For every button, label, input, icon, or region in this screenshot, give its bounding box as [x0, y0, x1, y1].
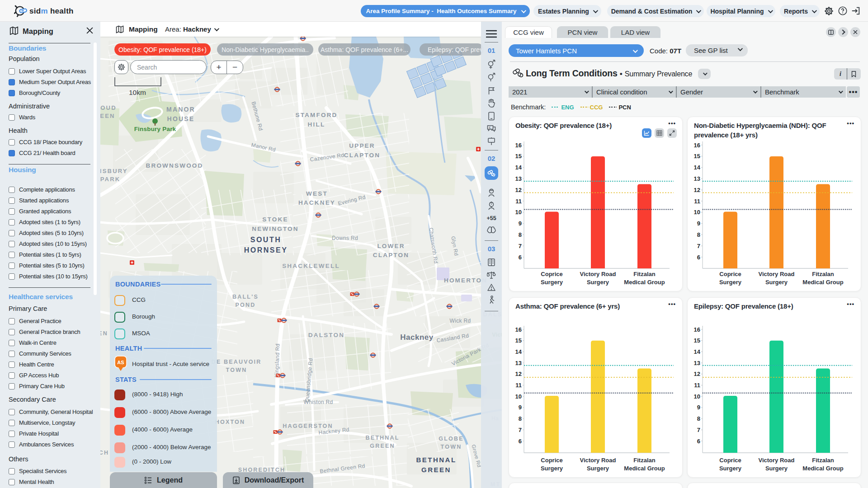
svg-text:OUD: OUD [100, 104, 117, 111]
svg-text:6: 6 [697, 438, 700, 445]
svg-text:8: 8 [519, 231, 522, 238]
svg-text:MANOR: MANOR [166, 106, 195, 113]
svg-text:Fitzalan: Fitzalan [812, 271, 834, 277]
svg-text:11: 11 [515, 198, 522, 205]
svg-text:HORNSEY: HORNSEY [244, 246, 288, 254]
svg-text:INSBURY: INSBURY [100, 168, 128, 174]
svg-text:11: 11 [694, 198, 700, 205]
svg-text:CH: CH [100, 450, 109, 456]
svg-text:HILL: HILL [308, 121, 326, 128]
svg-text:STAMFORD: STAMFORD [295, 112, 337, 118]
svg-text:Surgery: Surgery [765, 279, 788, 286]
svg-text:UPPER: UPPER [349, 142, 375, 149]
svg-text:EEN: EEN [100, 113, 115, 119]
svg-text:Surgery: Surgery [587, 279, 609, 286]
svg-text:Surgery: Surgery [719, 465, 742, 472]
svg-text:STOKE: STOKE [262, 216, 288, 223]
svg-text:Coprice: Coprice [719, 457, 741, 464]
svg-text:9: 9 [519, 220, 522, 227]
svg-text:9: 9 [697, 220, 700, 227]
svg-text:TOWN: TOWN [441, 444, 462, 450]
svg-text:Victory Road: Victory Road [580, 457, 616, 464]
svg-text:7: 7 [697, 243, 700, 249]
svg-text:BETHNAL: BETHNAL [365, 435, 399, 441]
svg-text:HOUSE: HOUSE [167, 115, 195, 122]
svg-text:9: 9 [697, 404, 700, 411]
svg-text:BROWNSWOOD: BROWNSWOOD [146, 162, 203, 169]
svg-text:BALL'S: BALL'S [232, 294, 259, 300]
svg-text:13: 13 [694, 175, 700, 182]
svg-text:12: 12 [515, 371, 522, 377]
svg-text:Surgery: Surgery [541, 279, 563, 286]
svg-text:Fitzalan: Fitzalan [633, 271, 655, 277]
svg-text:EN: EN [100, 330, 108, 337]
svg-text:DE BEAUVOIR: DE BEAUVOIR [211, 359, 261, 365]
svg-text:10: 10 [515, 209, 522, 216]
svg-text:14: 14 [694, 164, 701, 171]
svg-text:DALSTON: DALSTON [308, 332, 344, 338]
svg-text:15: 15 [515, 153, 522, 160]
svg-text:9: 9 [519, 404, 522, 411]
svg-text:13: 13 [694, 360, 700, 366]
svg-text:12: 12 [694, 187, 700, 193]
svg-text:14: 14 [515, 164, 522, 171]
svg-text:Finsbury Park: Finsbury Park [134, 126, 176, 132]
svg-text:GREEN: GREEN [370, 443, 395, 449]
svg-text:16: 16 [694, 326, 700, 333]
svg-text:HOXTON: HOXTON [215, 419, 245, 425]
svg-text:16: 16 [694, 142, 700, 149]
svg-text:10: 10 [694, 393, 700, 400]
svg-text:15: 15 [694, 337, 700, 344]
svg-text:POND: POND [236, 302, 256, 308]
svg-text:11: 11 [515, 382, 522, 389]
svg-text:Medical Group: Medical Group [624, 279, 665, 286]
svg-text:HACKNEY: HACKNEY [298, 199, 335, 206]
svg-text:Wick Rd: Wick Rd [450, 318, 471, 324]
svg-text:10: 10 [694, 209, 700, 216]
svg-text:Fitzalan: Fitzalan [633, 457, 655, 464]
svg-text:16: 16 [515, 142, 522, 149]
svg-text:TOWN: TOWN [226, 367, 247, 373]
svg-text:LOWER: LOWER [377, 243, 405, 249]
svg-text:Medical Group: Medical Group [624, 465, 665, 472]
svg-text:GREEN: GREEN [421, 466, 451, 474]
svg-text:11: 11 [694, 382, 700, 389]
svg-text:CLAPTON: CLAPTON [373, 252, 409, 258]
svg-text:Coprice: Coprice [541, 271, 562, 277]
svg-text:Whiston Rd: Whiston Rd [303, 399, 333, 405]
svg-text:Surgery: Surgery [587, 465, 609, 472]
svg-text:Victory Road: Victory Road [759, 457, 795, 464]
svg-text:HAGGERSTON: HAGGERSTON [283, 423, 333, 429]
svg-text:Hackney: Hackney [400, 333, 433, 342]
svg-text:Fitzalan: Fitzalan [812, 457, 834, 464]
svg-text:WEST: WEST [306, 190, 328, 197]
svg-text:6: 6 [519, 254, 522, 261]
svg-text:13: 13 [515, 175, 522, 182]
svg-text:8: 8 [697, 415, 700, 422]
svg-text:£: £ [489, 126, 491, 129]
svg-text:15: 15 [515, 337, 522, 344]
svg-text:Surgery: Surgery [765, 465, 788, 472]
svg-text:16: 16 [515, 326, 522, 333]
svg-text:SHACKLEWELL: SHACKLEWELL [282, 263, 340, 269]
svg-text:10: 10 [515, 393, 522, 400]
svg-text:6: 6 [519, 438, 522, 445]
svg-text:Medical Group: Medical Group [802, 465, 843, 472]
svg-text:BETHNAL: BETHNAL [416, 456, 456, 464]
svg-text:CLAPTON: CLAPTON [344, 152, 380, 159]
svg-text:14: 14 [515, 348, 522, 355]
svg-text:Coprice: Coprice [541, 457, 562, 464]
svg-text:8: 8 [697, 231, 700, 238]
svg-text:Medical Group: Medical Group [802, 279, 843, 286]
svg-text:Victory Road: Victory Road [759, 271, 795, 277]
svg-text:7: 7 [519, 427, 522, 433]
svg-text:7: 7 [519, 243, 522, 249]
svg-text:8: 8 [519, 415, 522, 422]
svg-text:GLOBE: GLOBE [439, 436, 463, 442]
svg-text:SOUTH: SOUTH [250, 236, 282, 244]
svg-text:PARK: PARK [100, 176, 120, 183]
svg-text:12: 12 [515, 187, 522, 193]
svg-text:Coprice: Coprice [719, 271, 741, 277]
svg-text:14: 14 [694, 348, 701, 355]
svg-text:15: 15 [694, 153, 700, 160]
